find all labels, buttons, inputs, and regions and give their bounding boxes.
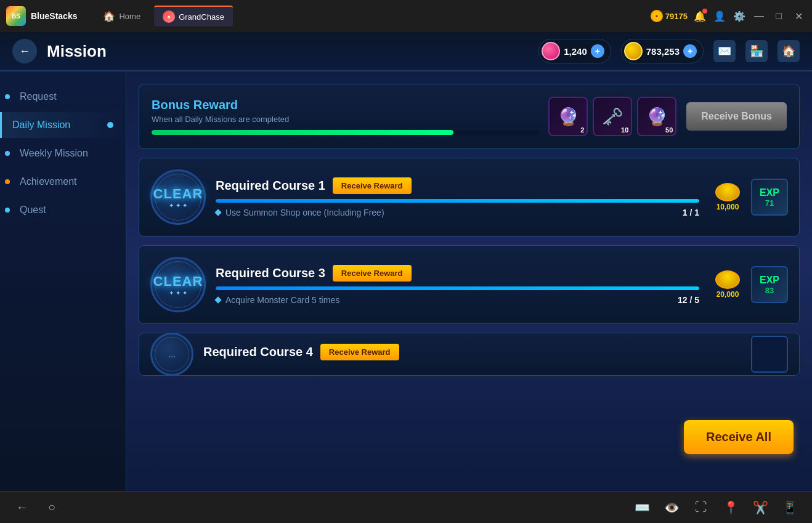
game-header: ← Mission 1,240 + 783,253 + ✉️ 🏪 🏠 <box>0 32 812 71</box>
reward-placeholder-4 <box>751 336 788 373</box>
back-system-icon[interactable]: ← <box>12 498 32 517</box>
profile-icon[interactable]: 👤 <box>712 9 727 23</box>
mail-icon[interactable]: ✉️ <box>713 40 736 62</box>
mission-progress-bar-3 <box>216 286 699 290</box>
mission-card-4: ... Required Course 4 Receive Reward <box>139 333 800 376</box>
coin-amount-1: 10,000 <box>717 203 739 211</box>
receive-reward-button-3[interactable]: Receive Reward <box>333 265 412 282</box>
task-diamond-3 <box>214 296 221 303</box>
home-tab[interactable]: 🏠 Home <box>94 7 149 26</box>
gem-amount: 1,240 <box>564 46 587 57</box>
sidebar-item-request[interactable]: Request <box>0 84 126 110</box>
home-game-icon[interactable]: 🏠 <box>777 40 800 62</box>
mission-task-text-1: Use Summon Shop once (Including Free) <box>225 208 384 217</box>
gold-icon <box>624 42 643 60</box>
mission-card-3: CLEAR ✦ ✦ ✦ Required Course 3 Receive Re… <box>139 245 800 324</box>
weekly-dot <box>5 151 10 156</box>
gold-plus-button[interactable]: + <box>683 44 697 58</box>
back-button[interactable]: ← <box>12 39 37 63</box>
game-area: ← Mission 1,240 + 783,253 + ✉️ 🏪 🏠 Reque… <box>0 32 812 491</box>
bonus-reward-item-3: 🔮 50 <box>637 97 676 136</box>
clear-badge-1: CLEAR ✦ ✦ ✦ <box>150 169 206 225</box>
scissors-icon[interactable]: ✂️ <box>750 498 770 517</box>
game-tab[interactable]: ♠ GrandChase <box>154 6 233 26</box>
maximize-icon[interactable]: □ <box>771 9 786 23</box>
gem-plus-button[interactable]: + <box>591 44 604 58</box>
coin-stack-icon-3 <box>715 270 740 289</box>
exp-value-1: 71 <box>765 198 774 208</box>
close-icon[interactable]: ✕ <box>791 9 806 23</box>
exp-label-3: EXP <box>760 275 779 286</box>
location-icon[interactable]: 📍 <box>721 498 741 517</box>
mission-course-header-1: Required Course 1 Receive Reward <box>216 177 699 194</box>
coin-reward-1: 10,000 <box>709 179 746 216</box>
gem-icon <box>542 42 560 60</box>
clear-sparkle-1: ✦ ✦ ✦ <box>169 202 187 209</box>
exp-reward-1: EXP 71 <box>751 179 788 216</box>
exp-label-1: EXP <box>760 187 779 198</box>
page-title: Mission <box>47 42 107 61</box>
clear-text-3: CLEAR <box>153 274 203 290</box>
mission-rewards-3: 20,000 EXP 83 <box>709 266 788 303</box>
clear-sparkle-3: ✦ ✦ ✦ <box>169 290 187 296</box>
keyboard-icon[interactable]: ⌨️ <box>632 498 652 517</box>
receive-reward-button-4[interactable]: Receive Reward <box>320 344 399 360</box>
sidebar-item-weekly-mission[interactable]: Weekly Mission <box>0 140 126 166</box>
sidebar-item-weekly-label: Weekly Mission <box>20 148 88 159</box>
home-icon: 🏠 <box>103 10 115 22</box>
bonus-progress-fill <box>152 130 453 135</box>
bs-coin-amount: 79175 <box>665 12 688 21</box>
gem-currency-group: 1,240 + <box>538 39 611 63</box>
partial-badge-4: ... <box>168 349 176 359</box>
reward-count-1: 2 <box>580 126 584 134</box>
bonus-title: Bonus Reward <box>152 98 538 112</box>
receive-bonus-button[interactable]: Receive Bonus <box>686 102 787 131</box>
bs-coin-display: ● 79175 <box>651 10 688 22</box>
mission-task-3: Acquire Monster Card 5 times 12 / 5 <box>216 295 699 305</box>
mission-task-text-3: Acquire Monster Card 5 times <box>225 295 339 305</box>
fullscreen-icon[interactable]: ⛶ <box>691 498 711 517</box>
mission-card-1: CLEAR ✦ ✦ ✦ Required Course 1 Receive Re… <box>139 158 800 237</box>
minimize-icon[interactable]: — <box>752 9 766 23</box>
mission-course-title-1: Required Course 1 <box>216 179 325 193</box>
quest-dot <box>5 208 10 213</box>
coin-stack-icon-1 <box>715 183 740 201</box>
game-tab-icon: ♠ <box>163 10 175 23</box>
receive-reward-button-1[interactable]: Receive Reward <box>333 177 412 194</box>
sidebar-item-quest-label: Quest <box>20 205 46 216</box>
bluestacks-title: BlueStacks <box>31 11 77 21</box>
bonus-reward-item-2: 🗝️ 10 <box>593 97 632 136</box>
clear-text-1: CLEAR <box>153 186 203 202</box>
eye-icon[interactable]: 👁️ <box>662 498 681 517</box>
game-tab-label: GrandChase <box>179 12 224 22</box>
sidebar-item-quest[interactable]: Quest <box>0 197 126 223</box>
receive-all-button[interactable]: Receive All <box>684 420 794 454</box>
sidebar-item-daily-mission[interactable]: Daily Mission <box>0 112 126 138</box>
receive-all-container: Receive All <box>684 420 794 454</box>
bonus-text-section: Bonus Reward When all Daily Missions are… <box>152 98 538 135</box>
settings-icon[interactable]: ⚙️ <box>732 9 747 23</box>
mission-progress-bar-1 <box>216 199 699 203</box>
achievement-dot <box>5 179 10 184</box>
bonus-subtitle: When all Daily Missions are completed <box>152 115 538 124</box>
home-system-icon[interactable]: ○ <box>42 498 62 517</box>
reward-icon-2: 🗝️ <box>602 107 623 127</box>
mission-task-1: Use Summon Shop once (Including Free) 1 … <box>216 208 699 217</box>
mission-course-title-4: Required Course 4 <box>203 345 313 359</box>
exp-reward-3: EXP 83 <box>751 266 788 303</box>
mission-course-header-4: Required Course 4 Receive Reward <box>203 344 741 360</box>
mission-progress-fill-1 <box>216 199 699 203</box>
bonus-reward-panel: Bonus Reward When all Daily Missions are… <box>139 84 800 149</box>
task-diamond-1 <box>214 209 221 216</box>
notification-icon[interactable]: 🔔 <box>692 9 707 23</box>
sidebar-item-achievement[interactable]: Achievement <box>0 169 126 195</box>
mission-course-header-3: Required Course 3 Receive Reward <box>216 265 699 282</box>
phone-icon[interactable]: 📱 <box>780 498 800 517</box>
bonus-progress-bar <box>152 130 538 135</box>
clear-badge-3: CLEAR ✦ ✦ ✦ <box>150 257 206 312</box>
sidebar-item-daily-label: Daily Mission <box>12 120 70 131</box>
mission-task-progress-3: 12 / 5 <box>678 295 699 305</box>
shop-icon[interactable]: 🏪 <box>745 40 768 62</box>
mission-rewards-4 <box>751 336 788 373</box>
mission-info-4: Required Course 4 Receive Reward <box>203 344 741 365</box>
